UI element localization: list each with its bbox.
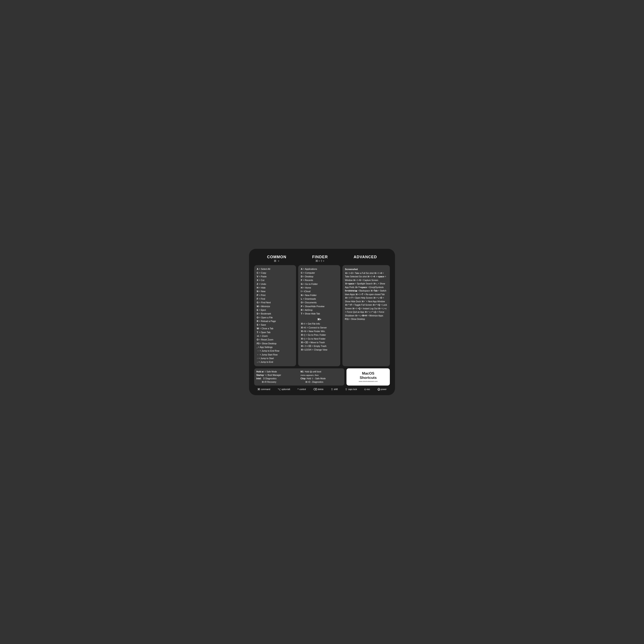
finder-divider — [301, 316, 337, 317]
option-symbol: ⌥ — [278, 388, 281, 391]
finder-item-3: F = Recents — [301, 278, 337, 282]
common-item-1: C = Copy — [257, 271, 293, 275]
legend-shift: ⇧ shift — [331, 388, 338, 391]
shift-label: shift — [334, 388, 338, 390]
legend-esc: ⎋ esc — [364, 388, 370, 391]
capslock-symbol: ⇪ — [345, 388, 347, 391]
control-label: control — [299, 388, 306, 390]
finder-title: FINDER — [312, 255, 328, 259]
common-item-0: A = Select All — [257, 267, 293, 271]
finder-cmd-1: ⌘+K = Connect to Server — [301, 326, 337, 330]
common-item-17: T = Open Tab — [257, 331, 293, 334]
legend-delete: ⌫ delete — [313, 388, 324, 391]
delete-symbol: ⌫ — [313, 388, 317, 391]
finder-cmd-subtitle: ⌘+ — [301, 317, 337, 322]
common-item-21: , = App Settings — [257, 345, 293, 349]
adv-sys-4: ⌘+` = Next App Window — [361, 300, 385, 303]
common-item-7: P = Print — [257, 293, 293, 297]
legend-row: ⌘ command ⌥ option/alt ^ control ⌫ delet… — [254, 388, 390, 391]
finder-item-6: I = iCloud — [301, 290, 337, 293]
common-header: COMMON ⌘ + — [267, 255, 286, 263]
finder-item-9: O = Documents — [301, 301, 337, 304]
finder-item-12: T = Show Hide Tab — [301, 312, 337, 316]
advanced-title: ADVANCED — [354, 255, 377, 259]
finder-column: A = Applications C = Computer D = Deskto… — [298, 265, 340, 366]
command-symbol: ⌘ — [257, 388, 260, 391]
finder-item-10: P = Show/Hide Preview — [301, 305, 337, 308]
adv-sys-11: F11 = Show Desktop — [345, 318, 365, 320]
common-item-12: D = Bookmark — [257, 312, 293, 316]
common-item-3: X = Cut — [257, 278, 293, 282]
startup-box: Hold at ⇧ Safe ModeStartup ⌥ Boot Manage… — [254, 368, 344, 386]
finder-cmd-4: ⌘+] = Go to Next Folder — [301, 337, 337, 341]
bottom-section: Hold at ⇧ Safe ModeStartup ⌥ Boot Manage… — [254, 368, 390, 386]
common-item-19: O = Reset Zoom — [257, 338, 293, 342]
common-column: A = Select All C = Copy V = Paste X = Cu… — [254, 265, 296, 366]
common-item-10: M = Minimize — [257, 305, 293, 308]
esc-label: esc — [367, 388, 370, 390]
common-subtitle: ⌘ + — [267, 259, 286, 263]
legend-command: ⌘ command — [257, 388, 270, 391]
adv-ss-3: ⌘+⇧+5 = Capture Screen — [353, 279, 378, 281]
finder-cmd-0: ⌘+I = Get File Info — [301, 322, 337, 326]
adv-gen-0: ⌘+space = Spotlight Search — [345, 283, 373, 285]
common-item-22: → = Jump to End Row — [257, 349, 293, 353]
common-item-8: F = Find — [257, 297, 293, 301]
common-item-9: G = Find Next — [257, 301, 293, 304]
common-title: COMMON — [267, 255, 286, 259]
adv-gen-2: ⌘+^+space = Emoji/Symbols — [355, 286, 384, 289]
legend-capslock: ⇪ caps lock — [345, 388, 357, 391]
finder-cmd-6: ⌘+⇧+⌫ = Empty Trash — [301, 344, 337, 348]
common-item-23: ← = Jump Start Row — [257, 353, 293, 357]
advanced-column: Screenshot ⌘+⇧+3 = Take a Full Scr.shot … — [342, 265, 390, 366]
finder-item-5: H = Home — [301, 286, 337, 290]
finder-cmd-7: ⌘+1/2/3/4 = Change View — [301, 348, 337, 352]
screenshot-title: Screenshot — [345, 267, 387, 271]
finder-header: FINDER ⌘+⇧+ — [312, 255, 328, 263]
columns-row: A = Select All C = Copy V = Paste X = Cu… — [254, 265, 390, 366]
legend-power: ⏻ power — [377, 388, 387, 391]
common-item-5: H = Hide — [257, 286, 293, 290]
finder-cmd-5: ⌘+⌫ = Move to Trash — [301, 341, 337, 344]
common-item-15: S = Save — [257, 323, 293, 327]
finder-item-2: D = Desktop — [301, 275, 337, 278]
common-item-6: N = New — [257, 290, 293, 293]
finder-item-7: N = New Folder — [301, 293, 337, 297]
adv-sys-2: ⌘+⇧+? = Open Help Screen — [345, 297, 373, 299]
common-item-2: V = Paste — [257, 275, 293, 278]
adv-sys-1: ⌘+⇧+T = Re-open closed Tab — [355, 293, 385, 296]
common-item-25: ↓ = Jump to End — [257, 360, 293, 364]
common-item-18: +/- = Zoom — [257, 334, 293, 338]
common-item-24: ↑ = Jump to Start — [257, 357, 293, 360]
adv-gen-3: fn+delete/⏏ = Backspace — [345, 290, 370, 292]
common-item-4: Z = Undo — [257, 282, 293, 286]
delete-label: delete — [318, 388, 324, 390]
common-item-20: F3 = Show Desktop — [257, 342, 293, 345]
adv-sys-10: ⌘+⌥+M+H = Minimize Apps — [355, 314, 383, 317]
common-item-13: O = Open a File — [257, 316, 293, 319]
legend-control: ^ control — [298, 388, 306, 391]
brand-box: MacOSShortcuts www.shortcutwizard.com — [346, 368, 390, 386]
advanced-header: ADVANCED — [354, 255, 377, 263]
power-label: power — [381, 388, 387, 390]
common-item-14: R = Reload a Page — [257, 319, 293, 323]
finder-item-1: C = Computer — [301, 271, 337, 275]
common-item-11: E = Eject — [257, 308, 293, 312]
command-label: command — [261, 388, 270, 390]
finder-item-8: L = Downloads — [301, 297, 337, 301]
finder-item-11: R = AirDrop — [301, 308, 337, 312]
finder-cmd-2: ⌘+N = New Finder Win. — [301, 330, 337, 333]
finder-item-4: G = Go to Folder — [301, 282, 337, 286]
brand-title: MacOSShortcuts — [360, 371, 377, 380]
finder-cmd-3: ⌘+[ = Go to Prev. Folder — [301, 333, 337, 337]
finder-subtitle: ⌘+⇧+ — [312, 259, 328, 263]
shift-symbol: ⇧ — [331, 388, 333, 391]
adv-sys-5: ⌘+^+F = Toggle Full Screen — [345, 304, 372, 306]
legend-option: ⌥ option/alt — [278, 388, 290, 391]
adv-ss-0: ⌘+⇧+3 = Take a Full Scr.shot — [345, 272, 374, 274]
capslock-label: caps lock — [348, 388, 357, 390]
option-label: option/alt — [281, 388, 290, 390]
header-row: COMMON ⌘ + FINDER ⌘+⇧+ ADVANCED — [254, 255, 390, 263]
common-item-16: W = Close a Tab — [257, 327, 293, 330]
esc-symbol: ⎋ — [364, 388, 366, 391]
